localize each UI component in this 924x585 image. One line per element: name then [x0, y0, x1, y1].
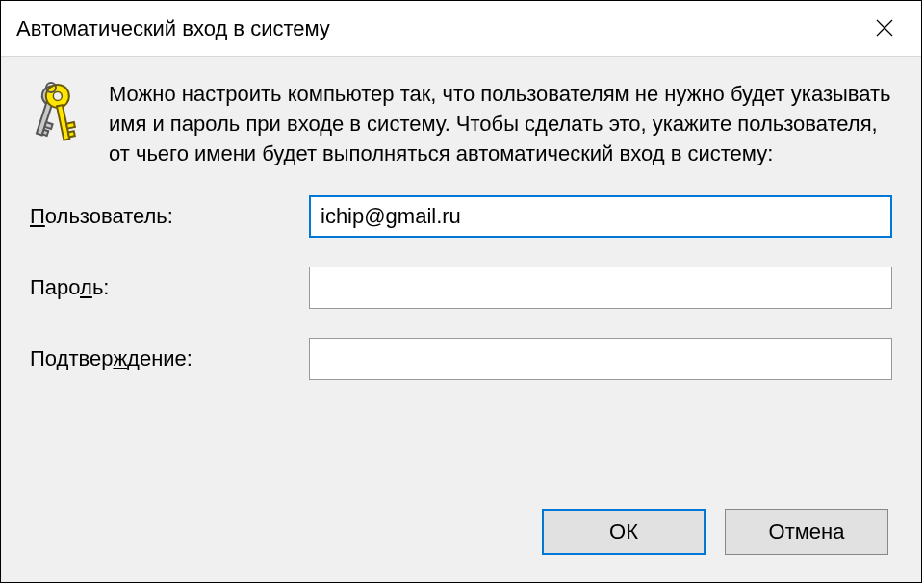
- dialog-description: Можно настроить компьютер так, что польз…: [109, 80, 892, 168]
- password-label: Пароль:: [30, 275, 309, 300]
- user-row: Пользователь:: [30, 195, 892, 238]
- user-label: Пользователь:: [30, 204, 309, 229]
- confirm-label: Подтверждение:: [30, 346, 309, 371]
- svg-rect-9: [57, 105, 69, 140]
- ok-button[interactable]: ОК: [542, 509, 706, 555]
- close-icon[interactable]: [865, 15, 904, 42]
- dialog-content: Можно настроить компьютер так, что польз…: [1, 57, 921, 582]
- confirm-input[interactable]: [309, 338, 892, 380]
- svg-rect-11: [68, 131, 75, 137]
- keys-icon: [30, 82, 84, 149]
- svg-rect-10: [66, 122, 75, 129]
- svg-rect-6: [42, 130, 48, 136]
- dialog-title: Автоматический вход в систему: [16, 16, 330, 41]
- password-input[interactable]: [309, 267, 892, 309]
- cancel-button[interactable]: Отмена: [725, 509, 888, 555]
- button-row: ОК Отмена: [30, 509, 892, 555]
- auto-login-dialog: Автоматический вход в систему: [0, 0, 922, 583]
- description-row: Можно настроить компьютер так, что польз…: [30, 80, 892, 168]
- user-input[interactable]: [309, 195, 892, 238]
- titlebar: Автоматический вход в систему: [1, 1, 921, 57]
- password-row: Пароль:: [30, 267, 892, 309]
- svg-rect-5: [44, 122, 52, 129]
- confirm-row: Подтверждение:: [30, 338, 892, 380]
